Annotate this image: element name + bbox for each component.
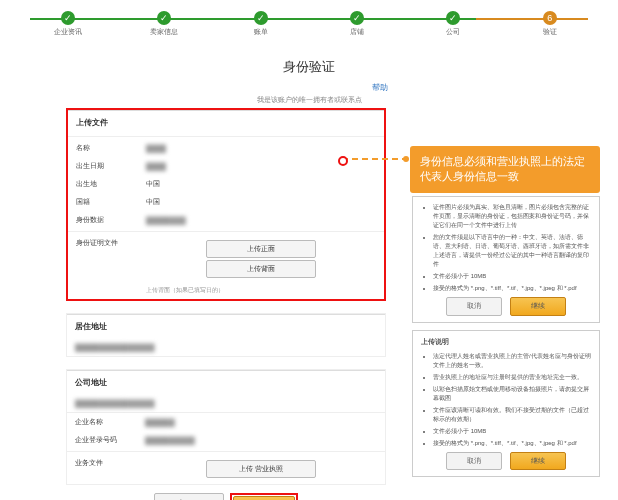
step-6-icon: 6 (543, 11, 557, 25)
info-box-license-upload: 上传说明 法定代理人姓名或营业执照上的主管/代表姓名应与身份证明文件上的姓名一致… (412, 330, 600, 477)
upload-hint: 上传背面（如果已填写日的） (146, 286, 384, 295)
upload-license-button[interactable]: 上传 营业执照 (206, 460, 316, 478)
info2-cancel-button[interactable]: 取消 (446, 452, 502, 471)
help-link[interactable]: 帮助 (0, 82, 388, 93)
callout-connector (342, 158, 408, 160)
step-3-icon: ✓ (254, 11, 268, 25)
step-4-label: 店铺 (309, 27, 405, 37)
company-address-value: ████████████████ (75, 400, 154, 407)
helper-text: 我是该账户的唯一拥有者或联系点 (0, 95, 618, 105)
company-address-title: 公司地址 (67, 370, 385, 394)
info1-continue-button[interactable]: 继续 (510, 297, 566, 316)
info2-continue-button[interactable]: 继续 (510, 452, 566, 471)
submit-button[interactable]: 提交 (233, 496, 295, 500)
step-1-icon: ✓ (61, 11, 75, 25)
info-box-id-upload: 证件图片必须为真实、彩色且清晰，图片必须包含完整的证件页面，显示清晰的身份证，包… (412, 196, 600, 323)
value-name: ████ (146, 145, 166, 152)
info1-item3: 文件必须小于 10MB (433, 272, 591, 281)
value-company-name: ██████ (145, 419, 175, 426)
label-reg-no: 企业登录号码 (75, 435, 145, 445)
label-birthplace: 出生地 (76, 179, 146, 189)
label-dob: 出生日期 (76, 161, 146, 171)
footer-button-bar: 上一页 提交 (66, 493, 386, 500)
info1-item1: 证件图片必须为真实、彩色且清晰，图片必须包含完整的证件页面，显示清晰的身份证，包… (433, 203, 591, 230)
submit-highlight: 提交 (230, 493, 298, 500)
info2-item6: 接受的格式为 *.png、*.tiff、*.tif、*.jpg、*.jpeg 和… (433, 439, 591, 448)
company-info-panel: 企业名称██████ 企业登录号码██████████ 业务文件 上传 营业执照 (66, 413, 386, 485)
label-id-doc: 身份证明文件 (76, 238, 146, 248)
info1-cancel-button[interactable]: 取消 (446, 297, 502, 316)
label-id-data: 身份数据 (76, 215, 146, 225)
upload-front-button[interactable]: 上传正面 (206, 240, 316, 258)
step-5-icon: ✓ (446, 11, 460, 25)
value-nationality: 中国 (146, 197, 160, 207)
info2-item1: 法定代理人姓名或营业执照上的主管/代表姓名应与身份证明文件上的姓名一致。 (433, 352, 591, 370)
upload-file-panel: 上传文件 名称████ 出生日期████ 出生地中国 国籍中国 身份数据████… (66, 108, 386, 301)
company-address-panel: 公司地址 ████████████████ (66, 369, 386, 413)
page-title: 身份验证 (0, 58, 618, 76)
info2-title: 上传说明 (421, 337, 591, 348)
label-nationality: 国籍 (76, 197, 146, 207)
residence-panel: 居住地址 ████████████████ (66, 313, 386, 357)
label-company-name: 企业名称 (75, 417, 145, 427)
value-id-data: ████████ (146, 217, 186, 224)
step-2-label: 卖家信息 (116, 27, 212, 37)
info2-item4: 文件应该清晰可读和有效。我们不接受过期的文件（已超过标示的有效期） (433, 406, 591, 424)
step-5-label: 公司 (405, 27, 501, 37)
identity-callout: 身份信息必须和营业执照上的法定代表人身份信息一致 (410, 146, 600, 193)
info1-item4: 接受的格式为 *.png、*.tiff、*.tif、*.jpg、*.jpeg 和… (433, 284, 591, 293)
info2-item2: 营业执照上的地址应与注册时提供的营业地址完全一致。 (433, 373, 591, 382)
value-birthplace: 中国 (146, 179, 160, 189)
upload-section-title: 上传文件 (68, 110, 384, 134)
label-biz-doc: 业务文件 (75, 458, 145, 468)
value-dob: ████ (146, 163, 166, 170)
value-reg-no: ██████████ (145, 437, 195, 444)
residence-title: 居住地址 (67, 314, 385, 338)
info2-item5: 文件必须小于 10MB (433, 427, 591, 436)
info1-item2: 您的文件须是以下语言中的一种：中文、英语、法语、德语、意大利语、日语、葡萄牙语、… (433, 233, 591, 269)
prev-button[interactable]: 上一页 (154, 493, 224, 500)
step-6-label: 验证 (502, 27, 598, 37)
step-2-icon: ✓ (157, 11, 171, 25)
upload-back-button[interactable]: 上传背面 (206, 260, 316, 278)
step-1-label: 企业资讯 (20, 27, 116, 37)
label-name: 名称 (76, 143, 146, 153)
stepper-bar: ✓企业资讯 ✓卖家信息 ✓账单 ✓店铺 ✓公司 6验证 (20, 8, 598, 48)
step-4-icon: ✓ (350, 11, 364, 25)
info2-item3: 以彩色扫描原始文档或使用移动设备拍摄照片，请勿提交屏幕截图 (433, 385, 591, 403)
step-3-label: 账单 (213, 27, 309, 37)
residence-value: ████████████████ (75, 344, 154, 351)
